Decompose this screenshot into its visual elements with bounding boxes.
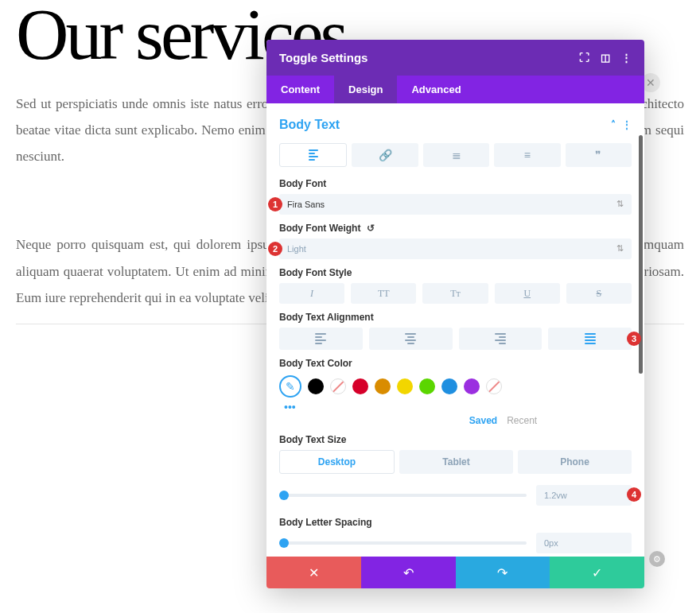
panel-tabs: Content Design Advanced <box>266 76 644 103</box>
alignment-row: 3 <box>279 328 632 350</box>
kebab-icon[interactable]: ⋮ <box>622 119 632 130</box>
tab-advanced[interactable]: Advanced <box>397 76 475 103</box>
tab-design[interactable]: Design <box>334 76 397 103</box>
panel-header[interactable]: Toggle Settings ⛶ ◫ ⋮ <box>266 40 644 76</box>
text-size-value[interactable]: 1.2vw <box>536 485 632 506</box>
letter-spacing-slider[interactable] <box>279 541 527 545</box>
color-swatch[interactable] <box>375 378 391 394</box>
tab-content[interactable]: Content <box>266 76 334 103</box>
panel-footer: ✕ ↶ ↷ ✓ <box>266 557 644 588</box>
gear-icon[interactable]: ⚙ <box>649 551 665 567</box>
color-swatch[interactable] <box>397 378 413 394</box>
text-tab-ol[interactable]: ≡ <box>494 143 560 167</box>
text-tab-p[interactable] <box>279 143 347 167</box>
panel-body: Body Text ˄⋮ 🔗 ≣ ≡ ❞ Body Font 1 ⇅ Body … <box>266 103 644 557</box>
text-size-slider[interactable] <box>279 494 527 497</box>
align-center[interactable] <box>369 328 453 350</box>
chevron-up-icon[interactable]: ˄ <box>611 119 616 130</box>
align-justify[interactable] <box>548 328 632 350</box>
recent-tab[interactable]: Recent <box>507 415 537 426</box>
font-style-row: I TT Tт U S <box>279 283 632 304</box>
label-body-text-color: Body Text Color <box>279 358 632 369</box>
text-tab-quote[interactable]: ❞ <box>566 143 632 167</box>
device-tablet[interactable]: Tablet <box>399 450 513 474</box>
text-tab-ul[interactable]: ≣ <box>423 143 489 167</box>
redo-button[interactable]: ↷ <box>456 557 550 588</box>
style-underline[interactable]: U <box>495 283 560 304</box>
discard-button[interactable]: ✕ <box>266 557 361 588</box>
label-body-letter-spacing: Body Letter Spacing <box>279 517 632 528</box>
style-smallcaps[interactable]: Tт <box>422 283 488 304</box>
device-desktop[interactable]: Desktop <box>279 450 395 474</box>
color-swatch[interactable] <box>441 378 457 394</box>
device-phone[interactable]: Phone <box>518 450 632 474</box>
annotation-badge-1: 1 <box>268 197 282 211</box>
text-tab-a[interactable]: 🔗 <box>352 143 418 167</box>
expand-icon[interactable]: ⛶ <box>579 52 589 64</box>
saved-tab[interactable]: Saved <box>469 415 497 426</box>
more-dots-icon[interactable]: ••• <box>284 401 632 413</box>
letter-spacing-value[interactable]: 0px <box>536 533 632 553</box>
color-picker-icon[interactable]: ✎ <box>279 375 301 398</box>
save-button[interactable]: ✓ <box>550 557 644 588</box>
section-body-text[interactable]: Body Text ˄⋮ <box>279 113 632 137</box>
body-font-select[interactable] <box>279 194 632 215</box>
panel-title: Toggle Settings <box>279 51 368 64</box>
annotation-badge-2: 2 <box>268 242 282 256</box>
reset-icon[interactable]: ↺ <box>367 223 375 234</box>
snap-icon[interactable]: ◫ <box>601 52 610 64</box>
annotation-badge-3: 3 <box>627 332 641 346</box>
device-tabs: Desktop Tablet Phone <box>279 450 632 474</box>
annotation-badge-4: 4 <box>627 487 641 502</box>
align-left[interactable] <box>279 328 363 350</box>
color-swatch[interactable] <box>308 378 324 394</box>
color-swatch[interactable] <box>330 378 346 394</box>
color-swatch[interactable] <box>464 378 480 394</box>
color-swatch[interactable] <box>352 378 368 394</box>
section-label: Body Text <box>279 118 340 132</box>
kebab-icon[interactable]: ⋮ <box>621 52 632 64</box>
chevron-updown-icon: ⇅ <box>616 243 624 254</box>
body-font-weight-select[interactable] <box>279 239 632 259</box>
label-body-text-alignment: Body Text Alignment <box>279 312 632 323</box>
text-element-tabs: 🔗 ≣ ≡ ❞ <box>279 143 632 167</box>
chevron-updown-icon: ⇅ <box>616 199 624 209</box>
style-strike[interactable]: S <box>566 283 632 304</box>
label-body-text-size: Body Text Size <box>279 434 632 445</box>
style-italic[interactable]: I <box>279 283 344 304</box>
settings-panel: Toggle Settings ⛶ ◫ ⋮ Content Design Adv… <box>266 40 644 588</box>
label-body-font-style: Body Font Style <box>279 267 632 278</box>
label-body-font-weight: Body Font Weight ↺ <box>279 223 632 234</box>
undo-button[interactable]: ↶ <box>361 557 456 588</box>
label-body-font: Body Font <box>279 178 632 189</box>
color-row: ✎ <box>279 375 632 398</box>
color-swatch-transparent[interactable] <box>486 378 502 394</box>
style-uppercase[interactable]: TT <box>351 283 416 304</box>
align-right[interactable] <box>459 328 542 350</box>
color-swatch[interactable] <box>419 378 435 394</box>
